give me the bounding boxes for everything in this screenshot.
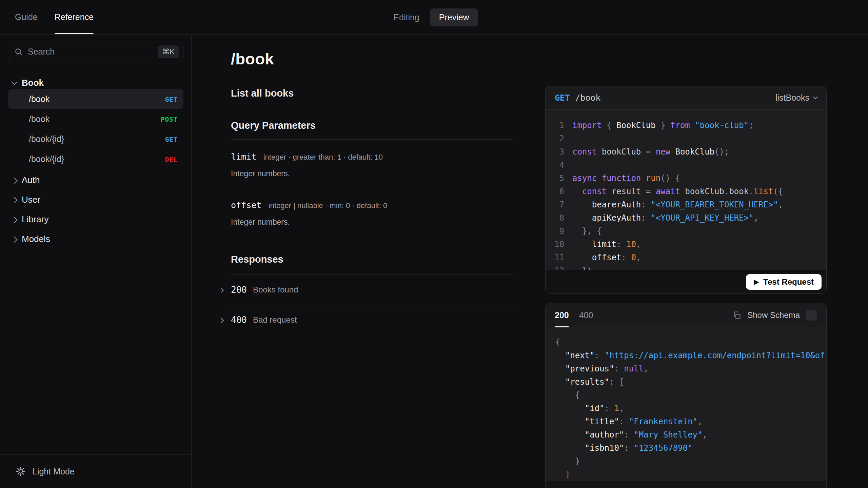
sidebar: ⌘K Book /book GET /book POST /book/{id} … [0, 35, 192, 488]
play-icon: ▶ [754, 279, 759, 285]
chevron-right-icon [11, 197, 17, 203]
response-label: Bad request [253, 315, 297, 325]
sidebar-group-label: Models [22, 234, 50, 244]
search-icon [14, 47, 23, 56]
request-code-sample: 1import { BookClub } from "book-club";23… [546, 110, 826, 270]
operation-summary: List all books [231, 88, 513, 99]
tab-guide[interactable]: Guide [15, 0, 38, 34]
response-card-footer [546, 481, 826, 488]
sidebar-group-user[interactable]: User [8, 193, 183, 206]
operation-select[interactable]: listBooks [775, 93, 817, 103]
sidebar-endpoint-list-books[interactable]: /book GET [8, 89, 183, 109]
chevron-right-icon [219, 288, 224, 292]
param-meta: integer · greater than: 1 · default: 10 [263, 153, 383, 161]
test-request-button[interactable]: ▶ Test Request [746, 274, 822, 290]
response-tab-200[interactable]: 200 [555, 303, 569, 327]
doc-nav-tabs: Guide Reference [0, 0, 94, 34]
copy-icon [732, 311, 742, 320]
method-badge-del: DEL [165, 155, 178, 163]
copy-button[interactable] [732, 311, 742, 320]
sidebar-endpoint-delete-book[interactable]: /book/{id} DEL [8, 149, 183, 169]
search-box[interactable]: ⌘K [8, 42, 183, 61]
response-json-sample: { "next": "https://api.example.com/endpo… [546, 327, 826, 481]
request-method: GET [555, 93, 570, 103]
endpoint-path: /book/{id} [29, 154, 64, 164]
sidebar-group-label: Book [22, 78, 44, 88]
request-example-card: GET /book listBooks 1import { BookClub }… [545, 86, 827, 294]
tab-reference[interactable]: Reference [55, 0, 94, 34]
response-code: 200 [231, 285, 247, 295]
responses-heading: Responses [231, 254, 513, 265]
response-row-200[interactable]: 200 Books found [231, 275, 513, 305]
param-name: offset [231, 200, 261, 210]
show-schema-label: Show Schema [747, 310, 800, 320]
page-title: /book [231, 49, 513, 68]
topbar: Guide Reference Editing Preview [0, 0, 868, 35]
example-column: GET /book listBooks 1import { BookClub }… [545, 86, 827, 488]
sidebar-endpoint-create-book[interactable]: /book POST [8, 109, 183, 129]
param-description: Integer numbers. [231, 169, 513, 178]
request-card-footer: ▶ Test Request [546, 270, 826, 293]
query-parameters-heading: Query Parameters [231, 120, 513, 131]
show-schema-toggle[interactable] [806, 310, 817, 321]
sun-icon [16, 466, 26, 476]
param-limit: limit integer · greater than: 1 · defaul… [231, 140, 513, 188]
schema-controls: Show Schema [732, 310, 817, 321]
endpoint-path: /book [29, 94, 50, 104]
chevron-down-icon [11, 79, 17, 85]
method-badge-post: POST [161, 115, 178, 123]
chevron-right-icon [11, 217, 17, 223]
request-card-header: GET /book listBooks [546, 86, 826, 110]
mode-preview-button[interactable]: Preview [430, 8, 478, 26]
operation-select-value: listBooks [775, 93, 809, 103]
sidebar-group-models[interactable]: Models [8, 232, 183, 246]
test-request-label: Test Request [763, 277, 814, 287]
sidebar-footer: Light Mode [0, 454, 191, 488]
param-offset: offset integer | nullable · min: 0 · def… [231, 188, 513, 236]
param-name: limit [231, 152, 256, 162]
chevron-down-icon [813, 95, 818, 99]
sidebar-group-label: Library [22, 214, 48, 225]
sidebar-nav: Book /book GET /book POST /book/{id} GET… [0, 61, 191, 454]
theme-toggle-button[interactable]: Light Mode [33, 467, 75, 476]
chevron-right-icon [11, 236, 17, 242]
sidebar-endpoint-get-book[interactable]: /book/{id} GET [8, 129, 183, 149]
request-path: /book [575, 93, 600, 103]
sidebar-group-library[interactable]: Library [8, 212, 183, 226]
response-tab-400[interactable]: 400 [579, 303, 593, 327]
response-row-400[interactable]: 400 Bad request [231, 305, 513, 335]
param-description: Integer numbers. [231, 218, 513, 227]
response-label: Books found [253, 285, 298, 294]
mode-editing-button[interactable]: Editing [393, 13, 419, 22]
response-code: 400 [231, 315, 247, 325]
endpoint-path: /book/{id} [29, 134, 64, 144]
param-meta: integer | nullable · min: 0 · default: 0 [269, 201, 388, 210]
endpoint-path: /book [29, 114, 50, 124]
response-example-card: 200 400 Show Schema { "next": "https://a… [545, 303, 827, 488]
mode-toggle: Editing Preview [393, 0, 478, 35]
sidebar-group-auth[interactable]: Auth [8, 173, 183, 187]
search-input[interactable] [28, 47, 153, 57]
sidebar-group-book[interactable]: Book [8, 76, 183, 89]
main-content: /book List all books Query Parameters li… [231, 35, 513, 335]
sidebar-group-label: Auth [22, 175, 40, 185]
search-shortcut-badge: ⌘K [158, 45, 179, 58]
chevron-right-icon [11, 177, 17, 183]
sidebar-group-label: User [22, 195, 40, 205]
method-badge-get: GET [165, 135, 178, 143]
chevron-right-icon [219, 318, 224, 323]
method-badge-get: GET [165, 95, 178, 103]
response-card-header: 200 400 Show Schema [546, 303, 826, 327]
